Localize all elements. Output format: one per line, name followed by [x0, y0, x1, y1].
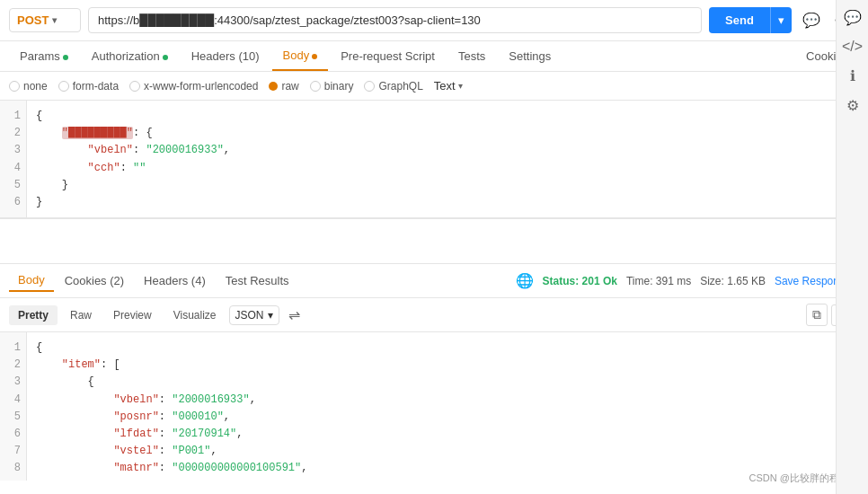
request-code-area: 123456 { "█████████": { "vbeln": "200001… — [0, 101, 868, 219]
fmt-visualize[interactable]: Visualize — [164, 305, 226, 325]
tab-prerequest[interactable]: Pre-request Script — [330, 42, 446, 70]
sidebar-info-icon[interactable]: ℹ — [850, 67, 855, 84]
url-input[interactable] — [88, 7, 702, 33]
chat-icon[interactable]: 💬 — [799, 8, 824, 32]
body-options: none form-data x-www-form-urlencoded raw… — [0, 72, 868, 101]
params-dot — [63, 55, 68, 60]
fmt-pretty[interactable]: Pretty — [9, 305, 58, 325]
sidebar-chat-icon[interactable]: 💬 — [844, 9, 862, 26]
size-label: Size: 1.65 KB — [700, 275, 766, 287]
fmt-preview[interactable]: Preview — [104, 305, 161, 325]
right-sidebar: 💬 </> ℹ ⚙ — [836, 0, 868, 494]
resp-line3: { — [36, 375, 94, 388]
tab-params[interactable]: Params — [9, 42, 79, 70]
radio-form-data — [58, 81, 69, 92]
globe-icon: 🌐 — [516, 272, 534, 289]
response-line-numbers: 12345678 — [0, 332, 27, 481]
resp-tab-body[interactable]: Body — [9, 269, 54, 292]
radio-graphql — [364, 81, 375, 92]
request-tabs: Params Authorization Headers (10) Body P… — [0, 41, 868, 72]
tab-tests[interactable]: Tests — [447, 42, 496, 70]
format-options: Pretty Raw Preview Visualize JSON ▾ ⇌ ⧉ … — [0, 298, 868, 332]
sidebar-code-icon[interactable]: </> — [842, 39, 863, 55]
response-code-area: 12345678 { "item": [ { "vbeln": "2000016… — [0, 332, 868, 481]
option-binary[interactable]: binary — [310, 80, 354, 93]
tab-headers[interactable]: Headers (10) — [181, 42, 270, 70]
resp-line4: "vbeln": "2000016933", — [36, 393, 256, 406]
response-code-inner: 12345678 { "item": [ { "vbeln": "2000016… — [0, 332, 868, 481]
send-arrow-button[interactable]: ▾ — [770, 7, 792, 33]
tab-body[interactable]: Body — [272, 41, 329, 71]
request-code-content[interactable]: { "█████████": { "vbeln": "2000016933", … — [27, 101, 868, 217]
top-bar: POST ▾ Send ▾ 💬 </> — [0, 0, 868, 41]
response-status: 🌐 Status: 201 Ok Time: 391 ms Size: 1.65… — [516, 272, 859, 289]
option-form-data[interactable]: form-data — [58, 80, 119, 93]
json-format-select[interactable]: JSON ▾ — [229, 305, 279, 325]
time-label: Time: 391 ms — [626, 275, 691, 287]
json-chevron-icon: ▾ — [268, 309, 273, 322]
resp-line7: "vstel": "P001", — [36, 445, 217, 457]
option-graphql[interactable]: GraphQL — [364, 80, 422, 93]
radio-urlencoded — [129, 81, 140, 92]
request-line-numbers: 123456 — [0, 101, 27, 217]
response-code-content[interactable]: { "item": [ { "vbeln": "2000016933", "po… — [27, 332, 868, 481]
option-raw[interactable]: raw — [269, 80, 298, 93]
option-none[interactable]: none — [9, 80, 48, 93]
resp-tab-headers[interactable]: Headers (4) — [135, 270, 215, 291]
method-chevron-icon: ▾ — [52, 15, 57, 25]
radio-none — [9, 81, 20, 92]
tab-settings[interactable]: Settings — [498, 42, 562, 70]
text-format-dropdown[interactable]: Text ▾ — [434, 79, 463, 93]
resp-line6: "lfdat": "20170914", — [36, 428, 243, 440]
copy-button[interactable]: ⧉ — [806, 304, 828, 326]
resp-line2: "item": [ — [36, 358, 120, 371]
response-tabs: Body Cookies (2) Headers (4) Test Result… — [0, 264, 868, 298]
send-button[interactable]: Send — [709, 7, 770, 33]
option-urlencoded[interactable]: x-www-form-urlencoded — [129, 80, 258, 93]
tab-authorization[interactable]: Authorization — [81, 42, 179, 70]
auth-dot — [163, 55, 168, 60]
method-select[interactable]: POST ▾ — [9, 8, 81, 32]
text-chevron-icon: ▾ — [458, 81, 463, 91]
resp-line8: "matnr": "000000000000100591", — [36, 462, 307, 474]
resp-tab-cookies[interactable]: Cookies (2) — [56, 270, 133, 291]
resp-line1: { — [36, 341, 42, 354]
method-label: POST — [17, 13, 49, 27]
radio-binary — [310, 81, 321, 92]
body-dot — [312, 54, 317, 59]
resp-line5: "posnr": "000010", — [36, 410, 230, 423]
send-group: Send ▾ — [709, 7, 792, 33]
radio-raw — [269, 82, 278, 91]
request-code-inner: 123456 { "█████████": { "vbeln": "200001… — [0, 101, 868, 217]
wrap-icon[interactable]: ⇌ — [283, 304, 306, 325]
status-ok-label: Status: 201 Ok — [543, 275, 617, 287]
resp-tab-test-results[interactable]: Test Results — [217, 270, 298, 291]
sidebar-settings-icon[interactable]: ⚙ — [846, 97, 859, 114]
request-empty-area — [0, 219, 868, 264]
fmt-raw[interactable]: Raw — [61, 305, 101, 325]
